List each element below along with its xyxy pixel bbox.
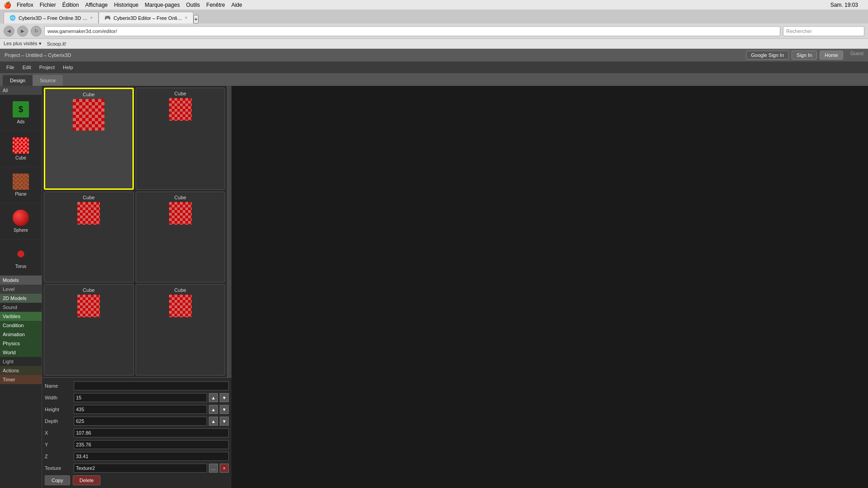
forward-button[interactable]: ▶ [17,26,28,37]
prop-texture-input[interactable] [74,464,207,473]
menu-fenetre[interactable]: Fenêtre [206,2,225,8]
cat-actions[interactable]: Actions [0,366,42,375]
app-titlebar: Project – Untitled – Cyberix3D Google Si… [0,49,868,61]
prop-height-label: Height [45,407,72,412]
menu-affichage[interactable]: Affichage [85,2,108,8]
sidebar-item-plane[interactable]: Plane [0,167,42,203]
cat-condition[interactable]: Condition [0,321,42,330]
object-list-wrapper: Cube Cube Cube Cube Cube [42,86,231,377]
object-item-4[interactable]: Cube [44,284,134,375]
prop-name-label: Name [45,383,72,389]
object-4-thumbnail [77,295,100,317]
menu-aide[interactable]: Aide [231,2,242,8]
object-0-thumbnail [73,99,104,131]
prop-texture-delete[interactable]: × [220,464,229,473]
prop-z-row: Z [45,451,229,462]
tab-2-favicon: 🎮 [104,15,111,21]
sidebar-item-cube[interactable]: Cube [0,131,42,167]
prop-depth-up[interactable]: ▲ [209,417,218,426]
reload-button[interactable]: ↻ [31,26,42,37]
object-1-thumbnail [169,98,192,121]
signin-button[interactable]: Sign In [792,51,817,60]
center-panel: Cube Cube Cube Cube Cube [42,86,231,488]
bookmarks-most-visited[interactable]: Les plus visités ▾ [4,41,42,47]
tab-source[interactable]: Source [33,75,63,86]
sidebar-all[interactable]: All [0,86,42,95]
object-4-label: Cube [83,287,94,293]
sidebar-item-sphere[interactable]: Sphere [0,203,42,239]
cat-2dmodels[interactable]: 2D Models [0,294,42,303]
apple-menu[interactable]: 🍎 [4,1,11,9]
delete-button[interactable]: Delete [73,475,101,485]
prop-height-down[interactable]: ▼ [220,405,229,414]
copy-button[interactable]: Copy [45,475,70,485]
prop-depth-label: Depth [45,418,72,424]
prop-texture-label: Texture [45,465,72,471]
sidebar-plane-label: Plane [15,192,27,197]
object-item-0[interactable]: Cube [44,88,134,190]
menu-marquepages[interactable]: Marque-pages [145,2,179,8]
cat-varibles[interactable]: Varibles [0,312,42,321]
cat-animation[interactable]: Animation [0,330,42,339]
object-list-scrollbar[interactable] [227,86,231,377]
object-2-label: Cube [83,195,94,200]
sidebar-item-ads[interactable]: $ Ads [0,95,42,131]
bookmarks-scoopit[interactable]: Scoop.it! [47,41,66,47]
cat-timer[interactable]: Timer [0,375,42,384]
menu-historique[interactable]: Historique [114,2,138,8]
object-item-5[interactable]: Cube [136,284,226,375]
tab-1[interactable]: 🌐 Cyberix3D – Free Online 3D … × [4,12,99,23]
app-menu-project[interactable]: Project [36,63,58,71]
prop-width-row: Width ▲ ▼ [45,392,229,403]
prop-y-label: Y [45,442,72,447]
prop-z-input[interactable] [74,452,229,461]
bookmarks-bar: Les plus visités ▾ Scoop.it! [0,39,868,49]
prop-z-label: Z [45,454,72,459]
new-tab-button[interactable]: + [193,15,199,23]
object-item-2[interactable]: Cube [44,192,134,283]
prop-width-down[interactable]: ▼ [220,393,229,402]
main-layout: All $ Ads Cube Plane Sphere Torus Models… [0,86,868,488]
prop-width-input[interactable] [74,393,207,402]
url-bar[interactable]: www.gamemaker3d.com/editor/ [44,26,780,36]
object-1-label: Cube [175,91,186,96]
tab-1-close[interactable]: × [90,15,93,20]
object-item-3[interactable]: Cube [136,192,226,283]
tab-2-close[interactable]: × [185,15,188,20]
prop-height-up[interactable]: ▲ [209,405,218,414]
prop-name-input[interactable] [74,381,229,390]
cat-light[interactable]: Light [0,357,42,366]
menu-outils[interactable]: Outils [186,2,200,8]
prop-width-up[interactable]: ▲ [209,393,218,402]
home-button[interactable]: Home [820,51,843,60]
prop-y-input[interactable] [74,440,229,449]
prop-depth-down[interactable]: ▼ [220,417,229,426]
cat-physics[interactable]: Physics [0,339,42,348]
tab-2[interactable]: 🎮 Cyberix3D Editor – Free Onli… × [99,12,193,23]
google-signin-button[interactable]: Google Sign In [746,51,789,60]
cat-models[interactable]: Models [0,276,42,285]
app-menu-edit[interactable]: Edit [19,63,35,71]
tab-design[interactable]: Design [3,75,33,86]
cat-world[interactable]: World [0,348,42,357]
prop-x-input[interactable] [74,428,229,437]
prop-texture-browse[interactable]: … [209,464,218,473]
cat-level[interactable]: Level [0,285,42,294]
object-list: Cube Cube Cube Cube Cube [42,86,227,377]
viewport-wrapper: × Use Arrow Keys and Mouse to look and m… [231,86,868,488]
cube-icon [13,137,29,154]
back-button[interactable]: ◀ [4,26,14,37]
sidebar-item-torus[interactable]: Torus [0,239,42,276]
prop-height-input[interactable] [74,405,207,414]
menu-edition[interactable]: Édition [62,2,79,8]
menu-fichier[interactable]: Fichier [40,2,56,8]
prop-texture-row: Texture … × [45,463,229,474]
search-box[interactable]: Rechercher [783,26,864,36]
app-menu-help[interactable]: Help [59,63,77,71]
app-menu-file[interactable]: File [3,63,18,71]
object-item-1[interactable]: Cube [136,88,226,190]
object-3-label: Cube [175,195,186,200]
prop-depth-input[interactable] [74,417,207,426]
cat-sound[interactable]: Sound [0,303,42,312]
menu-firefox[interactable]: Firefox [17,2,33,8]
